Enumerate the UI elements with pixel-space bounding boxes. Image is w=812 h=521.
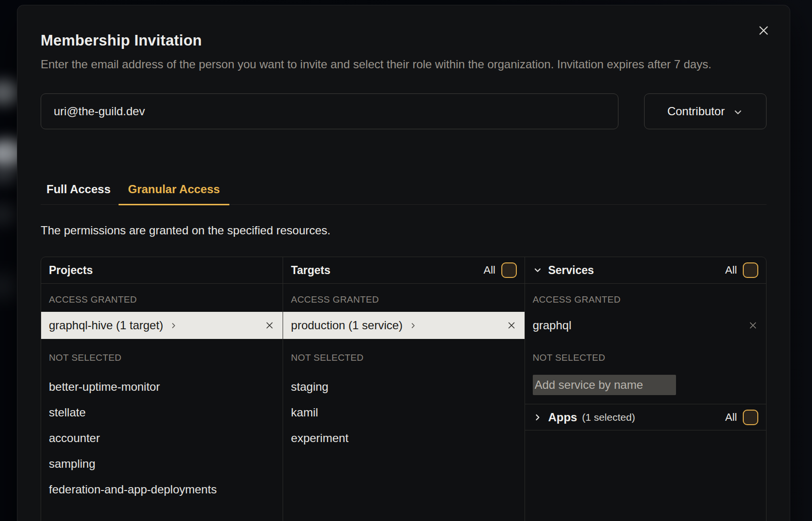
services-header: Services All [525,257,766,284]
remove-icon [748,320,758,331]
project-item[interactable]: accounter [41,425,283,451]
background-glow-blob [0,167,19,184]
add-service-input[interactable] [533,375,676,395]
chevron-right-icon [409,322,417,329]
selected-service-label: graphql [533,319,571,332]
services-all-checkbox[interactable] [743,262,758,278]
targets-not-selected-label: NOT SELECTED [283,339,524,374]
project-item[interactable]: sampling [41,451,283,476]
apps-all-label: All [725,411,737,424]
invite-form-row: Contributor [41,93,767,129]
selected-project-label: graphql-hive (1 target) [49,319,163,332]
remove-project-button[interactable] [264,320,275,331]
selected-target-row[interactable]: production (1 service) [283,312,524,339]
background-glow-blob [0,274,19,299]
services-access-granted-label: ACCESS GRANTED [525,284,766,312]
targets-column: Targets All ACCESS GRANTED production (1… [283,257,524,521]
services-not-selected-label: NOT SELECTED [525,339,766,374]
services-column: Services All ACCESS GRANTED graphql NOT … [525,257,766,521]
apps-section-label: Apps [548,411,577,424]
selected-project-row[interactable]: graphql-hive (1 target) [41,312,283,339]
services-header-label: Services [548,264,594,277]
chevron-right-icon [533,413,542,422]
projects-header-label: Projects [49,264,93,277]
selected-target-label: production (1 service) [291,319,403,332]
projects-not-selected-label: NOT SELECTED [41,339,283,374]
target-item[interactable]: experiment [283,425,524,451]
apps-section-row[interactable]: Apps (1 selected) All [525,404,766,430]
remove-target-button[interactable] [506,320,517,331]
target-item[interactable]: kamil [283,399,524,425]
targets-all-checkbox[interactable] [501,262,517,278]
targets-all-label: All [483,264,495,276]
apps-selected-count: (1 selected) [582,412,635,423]
projects-column: Projects ACCESS GRANTED graphql-hive (1 … [41,257,283,521]
background-glow-blob [0,204,17,225]
remove-service-button[interactable] [748,320,758,331]
close-icon [757,24,770,37]
tab-granular-access-label: Granular Access [128,183,220,196]
target-item[interactable]: staging [283,374,524,399]
remove-icon [506,320,517,331]
tab-full-access-label: Full Access [46,183,111,196]
close-button[interactable] [756,23,771,38]
remove-icon [264,320,275,331]
tab-granular-access[interactable]: Granular Access [119,183,230,205]
email-input[interactable] [41,93,618,129]
services-all-label: All [725,264,737,276]
apps-all-checkbox[interactable] [743,410,758,425]
dialog-title: Membership Invitation [41,31,767,49]
tab-full-access[interactable]: Full Access [41,183,117,205]
chevron-down-icon [733,107,743,118]
targets-header: Targets All [283,257,524,284]
dialog-description: Enter the email address of the person yo… [41,55,767,74]
membership-invitation-dialog: Membership Invitation Enter the email ad… [17,5,790,521]
resources-table: Projects ACCESS GRANTED graphql-hive (1 … [41,257,767,521]
role-select[interactable]: Contributor [644,93,767,129]
targets-header-label: Targets [291,264,330,277]
role-select-value: Contributor [667,105,725,118]
targets-access-granted-label: ACCESS GRANTED [283,284,524,312]
project-item[interactable]: better-uptime-monitor [41,374,283,399]
permissions-note: The permissions are granted on the speci… [41,223,767,238]
chevron-right-icon [170,322,177,329]
projects-header: Projects [41,257,283,284]
project-item[interactable]: federation-and-app-deployments [41,476,283,502]
selected-service-row: graphql [525,312,766,339]
projects-access-granted-label: ACCESS GRANTED [41,284,283,312]
chevron-down-icon[interactable] [533,265,542,275]
access-tabs: Full Access Granular Access [41,183,767,205]
project-item[interactable]: stellate [41,399,283,425]
